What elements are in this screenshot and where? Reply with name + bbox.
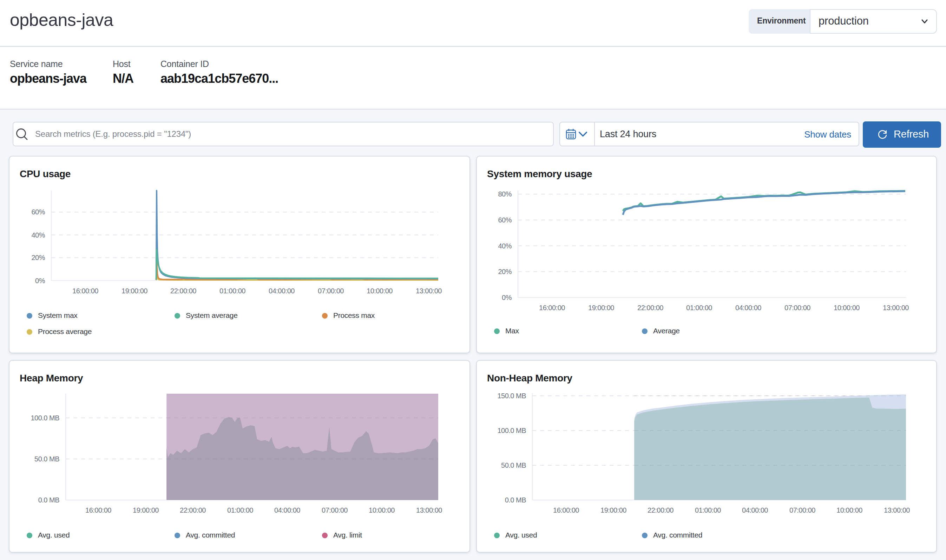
svg-text:0%: 0% [35, 277, 45, 285]
svg-text:04:00:00: 04:00:00 [274, 506, 300, 514]
svg-text:13:00:00: 13:00:00 [883, 304, 909, 312]
svg-text:07:00:00: 07:00:00 [789, 506, 815, 514]
svg-text:20%: 20% [498, 268, 512, 275]
svg-text:07:00:00: 07:00:00 [784, 304, 810, 312]
svg-text:07:00:00: 07:00:00 [318, 287, 344, 295]
svg-text:16:00:00: 16:00:00 [553, 506, 579, 514]
svg-text:13:00:00: 13:00:00 [416, 506, 442, 514]
svg-text:10:00:00: 10:00:00 [369, 506, 395, 514]
svg-text:19:00:00: 19:00:00 [588, 304, 614, 312]
svg-text:04:00:00: 04:00:00 [742, 506, 768, 514]
svg-text:19:00:00: 19:00:00 [133, 506, 159, 514]
svg-text:0.0 MB: 0.0 MB [505, 496, 526, 504]
svg-text:40%: 40% [498, 242, 512, 250]
svg-text:16:00:00: 16:00:00 [539, 304, 565, 312]
svg-text:60%: 60% [498, 216, 512, 224]
svg-text:80%: 80% [498, 190, 512, 198]
svg-text:19:00:00: 19:00:00 [600, 506, 627, 514]
svg-text:01:00:00: 01:00:00 [695, 506, 721, 514]
svg-text:50.0 MB: 50.0 MB [34, 455, 59, 463]
svg-text:40%: 40% [31, 231, 45, 239]
svg-text:0.0 MB: 0.0 MB [38, 496, 60, 504]
svg-text:50.0 MB: 50.0 MB [501, 462, 526, 469]
svg-text:22:00:00: 22:00:00 [170, 287, 196, 295]
svg-text:01:00:00: 01:00:00 [227, 506, 253, 514]
svg-text:100.0 MB: 100.0 MB [31, 414, 59, 422]
svg-text:60%: 60% [31, 208, 45, 216]
svg-text:10:00:00: 10:00:00 [367, 287, 393, 295]
svg-text:22:00:00: 22:00:00 [180, 506, 206, 514]
svg-text:13:00:00: 13:00:00 [416, 287, 442, 295]
svg-text:22:00:00: 22:00:00 [648, 506, 673, 514]
svg-text:19:00:00: 19:00:00 [122, 287, 148, 295]
svg-text:01:00:00: 01:00:00 [686, 304, 712, 312]
svg-text:16:00:00: 16:00:00 [73, 287, 98, 295]
svg-text:22:00:00: 22:00:00 [637, 304, 663, 312]
svg-text:13:00:00: 13:00:00 [884, 506, 910, 514]
svg-text:10:00:00: 10:00:00 [836, 506, 863, 514]
svg-text:20%: 20% [31, 254, 45, 262]
svg-text:16:00:00: 16:00:00 [85, 506, 111, 514]
svg-text:100.0 MB: 100.0 MB [497, 427, 526, 434]
svg-text:0%: 0% [502, 294, 512, 302]
svg-text:10:00:00: 10:00:00 [833, 304, 860, 312]
svg-text:150.0 MB: 150.0 MB [497, 392, 526, 400]
svg-text:01:00:00: 01:00:00 [219, 287, 245, 295]
svg-text:04:00:00: 04:00:00 [269, 287, 295, 295]
svg-text:04:00:00: 04:00:00 [735, 304, 761, 312]
svg-text:07:00:00: 07:00:00 [322, 506, 348, 514]
